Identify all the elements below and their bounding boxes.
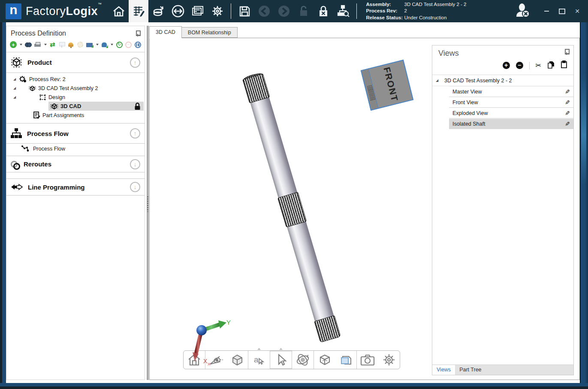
edit-pencil-icon[interactable]: ✎ bbox=[565, 121, 570, 127]
flow-path-icon bbox=[21, 145, 30, 153]
section-view-button[interactable] bbox=[335, 351, 357, 369]
import-dropdown-icon[interactable] bbox=[96, 44, 99, 45]
shaded-view-button[interactable] bbox=[227, 351, 248, 369]
edit-pencil-icon[interactable]: ✎ bbox=[565, 99, 570, 106]
expander-icon[interactable]: ◢ bbox=[436, 78, 441, 82]
tab-part-tree[interactable]: Part Tree bbox=[455, 365, 485, 375]
tree-label: Process Rev: 2 bbox=[29, 76, 66, 82]
section-process-flow[interactable]: Process Flow ↑ bbox=[6, 123, 145, 144]
lock-close-icon[interactable] bbox=[314, 0, 333, 22]
gear-icon[interactable] bbox=[77, 41, 84, 48]
view-item-master[interactable]: Master View ✎ bbox=[449, 86, 573, 97]
part-assignments-icon bbox=[33, 112, 40, 119]
print-icon[interactable] bbox=[34, 41, 41, 48]
select-tool-button[interactable] bbox=[270, 351, 292, 369]
export-dropdown-icon[interactable] bbox=[111, 44, 113, 45]
find-icon[interactable] bbox=[25, 41, 32, 48]
tree-row-design[interactable]: ◢ Design bbox=[6, 93, 145, 102]
add-dropdown-icon[interactable] bbox=[20, 44, 22, 45]
pin-icon[interactable] bbox=[135, 30, 140, 36]
import-icon[interactable] bbox=[86, 41, 93, 48]
view-item-label: Front View bbox=[452, 100, 478, 106]
section-product[interactable]: Product ↑ bbox=[6, 52, 145, 73]
logout-user-icon[interactable] bbox=[515, 3, 531, 19]
remove-view-icon[interactable]: − bbox=[516, 62, 523, 69]
splitter-handle[interactable] bbox=[147, 196, 148, 212]
release-status-label: Release Status: bbox=[366, 15, 404, 21]
subitem-label: Process Flow bbox=[33, 146, 65, 152]
unlock-icon[interactable] bbox=[294, 0, 314, 22]
edit-pencil-icon[interactable]: ✎ bbox=[565, 88, 570, 95]
expander-icon[interactable]: ◢ bbox=[12, 95, 17, 99]
view-home-button[interactable] bbox=[184, 351, 205, 369]
documents-icon[interactable] bbox=[188, 0, 208, 22]
refresh-icon[interactable]: ↻ bbox=[116, 41, 123, 48]
expander-icon[interactable]: ◢ bbox=[12, 77, 17, 81]
add-view-icon[interactable]: + bbox=[503, 62, 510, 69]
collapse-up-button[interactable]: ↑ bbox=[130, 57, 140, 68]
title-bar: n FactoryLogix™ bbox=[0, 0, 588, 22]
look-along-axis-button[interactable]: ✕ bbox=[205, 351, 227, 369]
view-item-front[interactable]: Front View ✎ bbox=[449, 97, 573, 108]
edit-pencil-icon[interactable]: ✎ bbox=[565, 110, 570, 117]
orbit-tool-button[interactable] bbox=[292, 351, 314, 369]
main-tab-strip: 3D CAD BOM Relationship bbox=[149, 26, 238, 38]
print-dropdown-icon[interactable] bbox=[44, 44, 47, 45]
export-icon[interactable] bbox=[101, 41, 108, 48]
view-item-label: Master View bbox=[452, 89, 482, 95]
tab-3d-cad[interactable]: 3D CAD bbox=[149, 26, 182, 38]
maximize-button[interactable] bbox=[556, 6, 567, 16]
window-frame-bottom bbox=[0, 383, 588, 389]
panel-splitter[interactable] bbox=[147, 26, 149, 380]
select-by-name-button[interactable]: a bbox=[248, 351, 270, 369]
copy-icon[interactable] bbox=[547, 61, 555, 70]
context-info: Assembly:3D CAD Test Assembly 2 - 2 Proc… bbox=[366, 1, 467, 21]
toolbar-separator bbox=[356, 3, 357, 19]
tab-views[interactable]: Views bbox=[432, 365, 455, 375]
tree-row-3d-cad-selected[interactable]: 3D CAD bbox=[6, 102, 145, 111]
section-line-programming[interactable]: Line Programming ↓ bbox=[6, 178, 145, 196]
sync-icon[interactable] bbox=[168, 0, 188, 22]
section-reroutes[interactable]: Reroutes ↓ bbox=[6, 156, 145, 172]
home-icon[interactable] bbox=[109, 0, 129, 22]
tree-row-process-rev[interactable]: ◢ Process Rev: 2 bbox=[6, 75, 145, 84]
expander-icon[interactable]: ◢ bbox=[12, 86, 17, 90]
snapshot-camera-button[interactable] bbox=[357, 351, 378, 369]
process-rev-value: 2 bbox=[404, 8, 407, 15]
cube-icon bbox=[50, 103, 58, 110]
add-icon[interactable]: + bbox=[10, 41, 17, 48]
section-label: Line Programming bbox=[28, 184, 85, 191]
collapse-down-button[interactable]: ↓ bbox=[130, 159, 140, 169]
tree-row-part-assignments[interactable]: Part Assignments bbox=[6, 111, 145, 120]
presentation-icon[interactable] bbox=[58, 41, 65, 48]
back-icon[interactable] bbox=[254, 0, 274, 22]
design-icon bbox=[39, 94, 46, 101]
close-button[interactable]: ✕ bbox=[572, 6, 583, 16]
collapse-down-button[interactable]: ↓ bbox=[130, 182, 140, 192]
process-editor-icon[interactable] bbox=[129, 0, 148, 22]
views-root-label: 3D CAD Test Assembly 2 - 2 bbox=[444, 78, 512, 84]
tree-row-assembly[interactable]: ◢ 3D CAD Test Assembly 2 bbox=[6, 84, 145, 93]
remove-icon[interactable]: − bbox=[125, 41, 132, 48]
settings-gear-icon[interactable] bbox=[208, 0, 227, 22]
collapse-up-button[interactable]: ↑ bbox=[130, 128, 140, 139]
process-flow-item[interactable]: Process Flow bbox=[6, 144, 145, 154]
viewport-settings-button[interactable] bbox=[378, 351, 400, 369]
pause-icon[interactable] bbox=[135, 41, 142, 48]
isometric-view-button[interactable] bbox=[314, 351, 335, 369]
view-item-isolated-shaft-selected[interactable]: Isolated Shaft ✎ bbox=[449, 118, 573, 129]
pin-icon[interactable] bbox=[564, 49, 569, 55]
materials-icon[interactable] bbox=[148, 0, 168, 22]
minimize-button[interactable] bbox=[541, 6, 552, 16]
forward-icon[interactable] bbox=[274, 0, 294, 22]
tab-bom-relationship[interactable]: BOM Relationship bbox=[182, 27, 238, 38]
save-icon[interactable] bbox=[235, 0, 254, 22]
view-item-exploded[interactable]: Exploded View ✎ bbox=[449, 108, 573, 118]
alert-bell-icon[interactable] bbox=[68, 41, 75, 48]
line-programming-icon bbox=[11, 183, 23, 191]
views-root-node[interactable]: ◢ 3D CAD Test Assembly 2 - 2 bbox=[432, 75, 573, 86]
cut-icon[interactable]: ✂ bbox=[536, 62, 541, 69]
swap-icon[interactable]: ⇄ bbox=[49, 41, 56, 48]
paste-icon[interactable] bbox=[561, 60, 567, 70]
structure-search-icon[interactable] bbox=[333, 0, 353, 22]
